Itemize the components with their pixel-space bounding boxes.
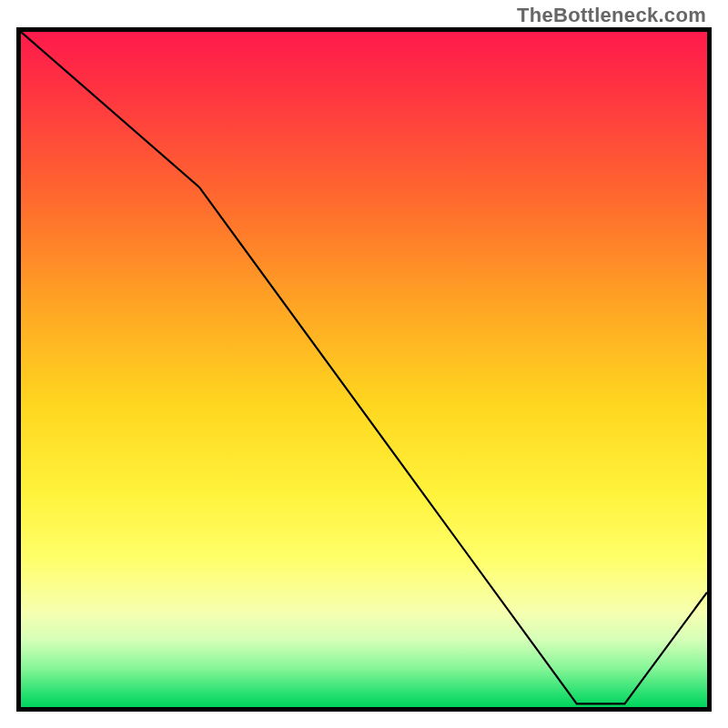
curve-svg <box>21 32 707 707</box>
bottleneck-curve <box>21 32 707 703</box>
chart-container: TheBottleneck.com <box>0 0 728 728</box>
plot-area <box>16 27 712 712</box>
watermark-label: TheBottleneck.com <box>517 4 706 27</box>
